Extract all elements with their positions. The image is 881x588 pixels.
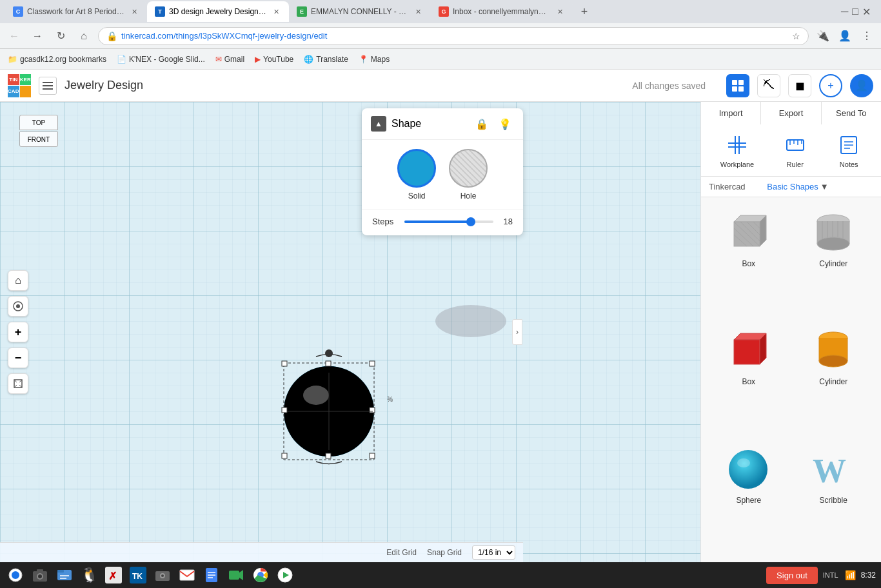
shape-panel-collapse-button[interactable]: ▲ <box>371 116 386 132</box>
shape-light-button[interactable]: 💡 <box>496 115 514 133</box>
view-cube[interactable]: TOP FRONT <box>19 115 58 147</box>
zoom-in-button[interactable]: + <box>8 322 28 342</box>
main-content: ↩ ↪ 💡 <box>0 102 881 562</box>
tab-classwork[interactable]: C Classwork for Art 8 Period 1, MR... ✕ <box>5 1 147 22</box>
svg-text:✗: ✗ <box>108 571 117 582</box>
tinkercad-logo[interactable]: TIN KER CAD <box>8 74 31 97</box>
minimize-icon[interactable]: ─ <box>841 6 848 17</box>
taskbar-camera2-icon[interactable] <box>152 565 173 585</box>
category-name: Basic Shapes <box>767 182 820 191</box>
import-button[interactable]: Import <box>701 102 760 124</box>
ruler-tool[interactable]: Ruler <box>782 132 808 168</box>
taskbar-camera-icon[interactable] <box>30 565 50 585</box>
logo-br <box>20 86 32 97</box>
solid-option[interactable]: Solid <box>397 149 436 201</box>
taskbar-docs-icon[interactable] <box>201 565 222 585</box>
forward-button[interactable]: → <box>28 27 46 45</box>
user-avatar[interactable]: 👤 <box>850 74 873 97</box>
menu-icon[interactable]: ⋮ <box>858 27 876 45</box>
star-icon[interactable]: ☆ <box>792 31 800 41</box>
box-gray-label: Box <box>742 259 755 268</box>
view-front[interactable]: FRONT <box>19 132 58 147</box>
add-user-button[interactable]: + <box>819 74 842 97</box>
hole-option[interactable]: Hole <box>449 149 488 201</box>
svg-point-81 <box>729 450 767 489</box>
shape-item-box-red[interactable]: Box <box>706 320 791 438</box>
panel-collapse-arrow[interactable]: › <box>512 319 522 345</box>
hole-label: Hole <box>460 191 477 201</box>
bookmark-translate[interactable]: 🌐 Translate <box>304 55 348 64</box>
taskbar-gmail-icon[interactable] <box>177 565 197 585</box>
tab-emmalyn-close[interactable]: ✕ <box>413 6 423 17</box>
cyl-orange-label: Cylinder <box>819 377 847 386</box>
back-button[interactable]: ← <box>5 27 23 45</box>
tab-tinkercad[interactable]: T 3D design Jewelry Design | Tink... ✕ <box>147 1 289 22</box>
shape-item-cyl-orange[interactable]: Cylinder <box>791 320 876 438</box>
shape-item-cyl-gray[interactable]: Cylinder <box>791 202 876 320</box>
browser-toolbar-icons: 🔌 👤 ⋮ <box>814 27 876 45</box>
zoom-out-button[interactable]: − <box>8 348 28 368</box>
bookmark-maps[interactable]: 📍 Maps <box>359 55 390 64</box>
shapes-category-dropdown[interactable]: Tinkercad Basic Shapes ▼ <box>701 177 881 197</box>
edit-grid-button[interactable]: Edit Grid <box>386 548 417 557</box>
taskbar-terminal-icon[interactable]: 🐧 <box>79 565 99 585</box>
shape-item-box-gray[interactable]: Box <box>706 202 791 320</box>
close-window-icon[interactable]: ✕ <box>862 6 871 18</box>
taskbar-power-icon[interactable] <box>5 565 26 585</box>
solid-circle <box>397 149 436 188</box>
edit-mode-button[interactable]: ⛏ <box>757 74 780 97</box>
svg-rect-3 <box>732 80 737 85</box>
add-user-icon: + <box>827 80 833 92</box>
taskbar-files-icon[interactable] <box>54 565 75 585</box>
bookmark-youtube[interactable]: ▶ YouTube <box>255 55 293 64</box>
perspective-button[interactable] <box>8 373 28 394</box>
export-button[interactable]: Export <box>761 102 820 124</box>
taskbar-x-icon[interactable]: ✗ <box>103 565 124 585</box>
shape-lock-button[interactable]: 🔒 <box>473 115 491 133</box>
tab-inbox-close[interactable]: ✕ <box>555 6 565 17</box>
steps-slider[interactable] <box>404 220 493 223</box>
viewport[interactable]: ↩ ↪ 💡 <box>0 102 700 562</box>
extensions-icon[interactable]: 🔌 <box>814 27 832 45</box>
bookmark-gcasdk12[interactable]: 📁 gcasdk12.org bookmarks <box>8 55 106 64</box>
shape-panel-title: Shape <box>391 118 468 130</box>
snap-grid-select[interactable]: 1/16 in 1/8 in 1/4 in <box>472 545 515 560</box>
bookmark-gmail[interactable]: ✉ Gmail <box>215 55 244 64</box>
taskbar-icons: 🐧 ✗ TK <box>5 565 766 585</box>
taskbar-play-icon[interactable] <box>275 565 295 585</box>
bookmark-knex-icon: 📄 <box>117 55 126 64</box>
home-button[interactable]: ⌂ <box>75 27 93 45</box>
address-bar[interactable]: 🔒 tinkercad.com/things/l3pSkWXCmqf-jewel… <box>98 27 809 45</box>
tab-classwork-close[interactable]: ✕ <box>129 6 139 17</box>
steps-thumb[interactable] <box>466 217 475 226</box>
shape-item-sphere[interactable]: Sphere <box>706 439 791 557</box>
profile-icon[interactable]: 👤 <box>836 27 854 45</box>
view-top[interactable]: TOP <box>19 115 58 130</box>
send-to-button[interactable]: Send To <box>822 102 881 124</box>
dark-mode-button[interactable]: ◼ <box>788 74 811 97</box>
bookmark-folder-icon: 📁 <box>8 55 17 64</box>
refresh-button[interactable]: ↻ <box>52 27 70 45</box>
tab-emmalyn[interactable]: E EMMALYN CONNELLY - Photo D... ✕ <box>289 1 431 22</box>
camera-rotate-button[interactable] <box>8 296 28 317</box>
taskbar-meet-icon[interactable] <box>226 565 246 585</box>
tab-tinkercad-close[interactable]: ✕ <box>271 6 281 17</box>
svg-rect-26 <box>282 361 287 366</box>
logo-tr: KER <box>20 74 32 86</box>
shape-item-scribble[interactable]: W Scribble <box>791 439 876 557</box>
grid-view-button[interactable] <box>726 74 749 97</box>
bookmark-knex[interactable]: 📄 K'NEX - Google Slid... <box>117 55 205 64</box>
new-tab-button[interactable]: + <box>575 3 593 21</box>
taskbar-pearson-icon[interactable]: TK <box>128 565 148 585</box>
tab-inbox[interactable]: G Inbox - connellyemmalyn@gcas... ✕ <box>431 1 573 22</box>
svg-rect-0 <box>43 82 53 83</box>
hamburger-menu[interactable] <box>39 77 57 95</box>
maximize-icon[interactable]: □ <box>852 6 858 17</box>
taskbar-chrome-icon[interactable] <box>250 565 271 585</box>
home-view-button[interactable]: ⌂ <box>8 270 28 291</box>
scribble-preview: W <box>807 447 859 492</box>
notes-tool[interactable]: Notes <box>836 132 862 168</box>
right-panel: Import Export Send To Workplane <box>700 102 881 562</box>
sign-out-button[interactable]: Sign out <box>766 567 818 584</box>
workplane-tool[interactable]: Workplane <box>720 132 754 168</box>
